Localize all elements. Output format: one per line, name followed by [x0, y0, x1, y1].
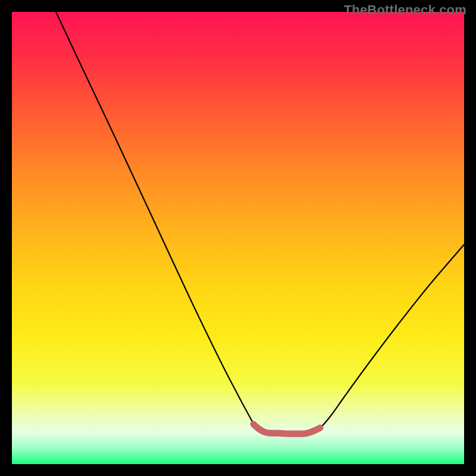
chart-frame — [12, 12, 464, 464]
watermark-text: TheBottleneck.com — [344, 2, 466, 18]
gradient-chart — [12, 12, 464, 464]
